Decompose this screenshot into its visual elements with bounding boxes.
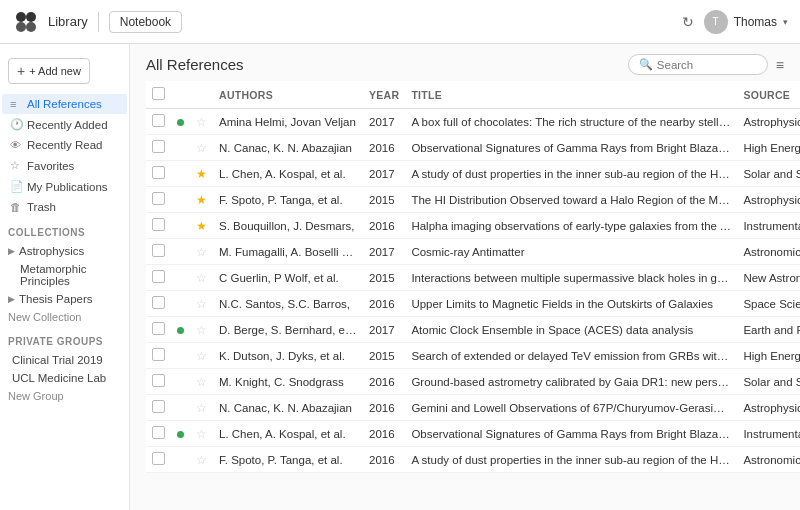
title-text: Observational Signatures of Gamma Rays f… <box>411 428 731 440</box>
row-star-cell[interactable]: ☆ <box>190 291 213 317</box>
row-star-cell[interactable]: ☆ <box>190 135 213 161</box>
row-checkbox-cell[interactable] <box>146 421 171 447</box>
star-icon[interactable]: ☆ <box>196 141 207 155</box>
row-star-cell[interactable]: ☆ <box>190 343 213 369</box>
sidebar-item-recently-added[interactable]: 🕐 Recently Added <box>2 114 127 135</box>
star-icon[interactable]: ☆ <box>196 245 207 259</box>
row-star-cell[interactable]: ☆ <box>190 369 213 395</box>
row-checkbox-cell[interactable] <box>146 161 171 187</box>
title-text: Cosmic-ray Antimatter <box>411 246 731 258</box>
row-checkbox-cell[interactable] <box>146 317 171 343</box>
notebook-button[interactable]: Notebook <box>109 11 182 33</box>
col-header-source[interactable]: SOURCE <box>737 81 800 109</box>
row-authors: F. Spoto, P. Tanga, et al. <box>213 187 363 213</box>
row-checkbox-cell[interactable] <box>146 343 171 369</box>
row-checkbox[interactable] <box>152 374 165 387</box>
collection-astrophysics[interactable]: ▶ Astrophysics <box>0 242 129 260</box>
row-checkbox[interactable] <box>152 166 165 179</box>
row-year: 2016 <box>363 369 405 395</box>
row-star-cell[interactable]: ★ <box>190 213 213 239</box>
row-checkbox-cell[interactable] <box>146 109 171 135</box>
star-icon[interactable]: ☆ <box>196 453 207 467</box>
star-icon[interactable]: ☆ <box>196 401 207 415</box>
row-checkbox[interactable] <box>152 218 165 231</box>
row-checkbox[interactable] <box>152 244 165 257</box>
row-source: Earth and Planetary <box>737 317 800 343</box>
header-checkbox[interactable] <box>152 87 165 100</box>
row-checkbox-cell[interactable] <box>146 135 171 161</box>
star-icon[interactable]: ☆ <box>196 323 207 337</box>
main-layout: + + Add new ≡ All References 🕐 Recently … <box>0 44 800 510</box>
row-checkbox-cell[interactable] <box>146 291 171 317</box>
group-ucl-medicine[interactable]: UCL Medicine Lab <box>0 369 129 387</box>
star-icon[interactable]: ☆ <box>196 349 207 363</box>
row-checkbox[interactable] <box>152 322 165 335</box>
col-header-title[interactable]: TITLE <box>405 81 737 109</box>
collection-metamorphic[interactable]: Metamorphic Principles <box>0 260 129 290</box>
sidebar: + + Add new ≡ All References 🕐 Recently … <box>0 44 130 510</box>
user-menu[interactable]: T Thomas ▾ <box>704 10 788 34</box>
col-header-authors[interactable]: AUTHORS <box>213 81 363 109</box>
sidebar-item-label: Trash <box>27 201 56 213</box>
sidebar-item-favorites[interactable]: ☆ Favorites <box>2 155 127 176</box>
row-star-cell[interactable]: ☆ <box>190 265 213 291</box>
add-new-button[interactable]: + + Add new <box>8 58 90 84</box>
row-star-cell[interactable]: ☆ <box>190 447 213 473</box>
star-icon[interactable]: ☆ <box>196 115 207 129</box>
filter-icon[interactable]: ≡ <box>776 57 784 73</box>
row-checkbox[interactable] <box>152 192 165 205</box>
status-dot <box>177 327 184 334</box>
row-star-cell[interactable]: ☆ <box>190 239 213 265</box>
star-icon[interactable]: ☆ <box>196 271 207 285</box>
row-checkbox-cell[interactable] <box>146 369 171 395</box>
star-icon[interactable]: ★ <box>196 193 207 207</box>
row-checkbox[interactable] <box>152 400 165 413</box>
group-label: Clinical Trial 2019 <box>8 354 103 366</box>
row-star-cell[interactable]: ★ <box>190 161 213 187</box>
status-dot-empty <box>177 353 184 360</box>
row-checkbox-cell[interactable] <box>146 213 171 239</box>
row-checkbox[interactable] <box>152 452 165 465</box>
row-star-cell[interactable]: ☆ <box>190 395 213 421</box>
sidebar-item-all-references[interactable]: ≡ All References <box>2 94 127 114</box>
star-icon[interactable]: ☆ <box>196 297 207 311</box>
col-header-year[interactable]: YEAR <box>363 81 405 109</box>
sidebar-item-label: Recently Read <box>27 139 102 151</box>
row-checkbox[interactable] <box>152 114 165 127</box>
row-checkbox-cell[interactable] <box>146 395 171 421</box>
new-group-link[interactable]: New Group <box>0 387 129 405</box>
row-checkbox[interactable] <box>152 426 165 439</box>
row-status-cell <box>171 187 190 213</box>
row-star-cell[interactable]: ☆ <box>190 421 213 447</box>
star-icon[interactable]: ★ <box>196 219 207 233</box>
svg-point-1 <box>26 12 36 22</box>
col-header-check[interactable] <box>146 81 171 109</box>
row-checkbox-cell[interactable] <box>146 187 171 213</box>
row-checkbox[interactable] <box>152 140 165 153</box>
row-checkbox-cell[interactable] <box>146 239 171 265</box>
star-icon[interactable]: ☆ <box>196 427 207 441</box>
sidebar-item-recently-read[interactable]: 👁 Recently Read <box>2 135 127 155</box>
row-star-cell[interactable]: ☆ <box>190 109 213 135</box>
sidebar-item-my-publications[interactable]: 📄 My Publications <box>2 176 127 197</box>
refresh-icon[interactable]: ↻ <box>682 14 694 30</box>
table-row: ☆ N. Canac, K. N. Abazajian 2016 Observa… <box>146 135 800 161</box>
search-input[interactable] <box>657 59 757 71</box>
new-collection-link[interactable]: New Collection <box>0 308 129 326</box>
row-checkbox[interactable] <box>152 348 165 361</box>
row-authors: N. Canac, K. N. Abazajian <box>213 395 363 421</box>
sidebar-item-trash[interactable]: 🗑 Trash <box>2 197 127 217</box>
title-text: Gemini and Lowell Observations of 67P/Ch… <box>411 402 731 414</box>
row-checkbox-cell[interactable] <box>146 447 171 473</box>
star-icon[interactable]: ★ <box>196 167 207 181</box>
row-checkbox-cell[interactable] <box>146 265 171 291</box>
group-clinical-trial[interactable]: Clinical Trial 2019 <box>0 351 129 369</box>
content-area: All References 🔍 ≡ AUTHORS YEAR <box>130 44 800 510</box>
row-checkbox[interactable] <box>152 296 165 309</box>
search-box[interactable]: 🔍 <box>628 54 768 75</box>
star-icon[interactable]: ☆ <box>196 375 207 389</box>
row-star-cell[interactable]: ★ <box>190 187 213 213</box>
collection-thesis[interactable]: ▶ Thesis Papers <box>0 290 129 308</box>
row-star-cell[interactable]: ☆ <box>190 317 213 343</box>
row-checkbox[interactable] <box>152 270 165 283</box>
